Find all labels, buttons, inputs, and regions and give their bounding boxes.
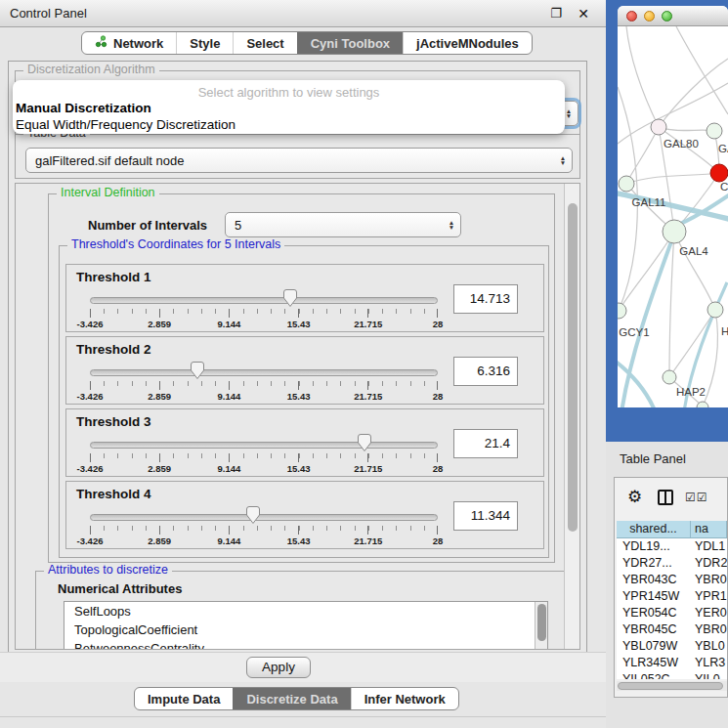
tab-network[interactable]: Network bbox=[82, 32, 176, 54]
settings-vertical-scrollbar[interactable] bbox=[564, 184, 579, 649]
network-node-gcy1[interactable] bbox=[618, 303, 626, 319]
combo-arrows-icon: ▲▼ bbox=[554, 155, 572, 166]
network-node-gal80[interactable] bbox=[651, 119, 666, 135]
table-row[interactable]: YPR145WYPR1 bbox=[617, 588, 727, 605]
number-of-intervals-value: 5 bbox=[226, 218, 443, 233]
control-panel-titlebar: Control Panel ❐ ✕ bbox=[0, 0, 607, 27]
numerical-attributes-list: SelfLoops TopologicalCoefficient Between… bbox=[64, 601, 548, 650]
close-icon[interactable]: ✕ bbox=[578, 6, 589, 21]
number-of-intervals-combobox[interactable]: 5 ▲▼ bbox=[225, 212, 461, 237]
table-data-combobox[interactable]: galFiltered.sif default node ▲▼ bbox=[25, 148, 573, 173]
tab-infer-network[interactable]: Infer Network bbox=[351, 688, 458, 709]
network-window-titlebar[interactable] bbox=[618, 6, 728, 26]
table-row[interactable]: YBR045CYBR0 bbox=[617, 621, 727, 638]
node-table: shared... na YDL19...YDL1 YDR27...YDR2 Y… bbox=[617, 521, 727, 679]
slider-thumb[interactable] bbox=[357, 433, 372, 452]
tick-label: 2.859 bbox=[148, 463, 171, 474]
tick-label: 21.715 bbox=[354, 535, 382, 546]
attributes-list-scrollbar[interactable] bbox=[535, 602, 547, 650]
checkbox-icons[interactable]: ☑☑ bbox=[685, 491, 708, 504]
network-view-window: GAL80 GA C GAL11 GAL4 GCY1 H HAP2 bbox=[606, 0, 728, 442]
tab-cyni-toolbox[interactable]: Cyni Toolbox bbox=[297, 32, 403, 54]
tick-label: -3.426 bbox=[77, 535, 104, 546]
minimize-traffic-light[interactable] bbox=[644, 11, 655, 21]
list-item[interactable]: SelfLoops bbox=[64, 602, 547, 621]
node-label: H bbox=[721, 325, 728, 337]
threshold-2-value-field[interactable]: 6.316 bbox=[453, 357, 518, 386]
column-header-shared-name[interactable]: shared... bbox=[617, 521, 691, 537]
popup-item-equal-width-frequency[interactable]: Equal Width/Frequency Discretization bbox=[16, 117, 236, 132]
threshold-1-slider: -3.426 2.859 9.144 15.43 21.715 28 bbox=[90, 288, 438, 331]
tick-label: 15.43 bbox=[287, 319, 311, 329]
threshold-4-value-field[interactable]: 11.344 bbox=[453, 501, 518, 531]
column-header-name[interactable]: na bbox=[691, 521, 727, 537]
threshold-3-slider: -3.426 2.859 9.144 15.43 21.715 28 bbox=[90, 433, 438, 476]
node-label: GA bbox=[718, 143, 728, 154]
table-row[interactable]: YDL19...YDL1 bbox=[617, 538, 727, 555]
tab-discretize-data[interactable]: Discretize Data bbox=[233, 688, 350, 709]
tab-jactivemnodules[interactable]: jActiveMNodules bbox=[403, 32, 532, 54]
tab-impute-data[interactable]: Impute Data bbox=[135, 688, 233, 709]
threshold-3-value-field[interactable]: 21.4 bbox=[453, 429, 518, 458]
threshold-2-label: Threshold 2 bbox=[76, 342, 151, 357]
slider-track[interactable] bbox=[90, 514, 438, 521]
popup-item-manual-discretization[interactable]: Manual Discretization bbox=[16, 101, 151, 115]
settings-scroll-area: Interval Definition Number of Intervals … bbox=[15, 183, 580, 650]
slider-track[interactable] bbox=[90, 369, 438, 376]
numerical-attributes-heading: Numerical Attributes bbox=[58, 581, 182, 596]
network-node[interactable] bbox=[707, 123, 722, 139]
close-traffic-light[interactable] bbox=[626, 11, 637, 21]
tab-style[interactable]: Style bbox=[176, 32, 233, 54]
tick-label: 21.715 bbox=[354, 319, 382, 329]
tab-network-label: Network bbox=[113, 36, 163, 51]
control-panel: Control Panel ❐ ✕ Network Style Select C… bbox=[0, 0, 608, 728]
table-row[interactable]: YBL079WYBL0 bbox=[617, 638, 727, 655]
slider-track[interactable] bbox=[90, 297, 438, 304]
interval-definition-group: Interval Definition Number of Intervals … bbox=[48, 193, 555, 563]
tick-label: -3.426 bbox=[77, 463, 104, 474]
gear-icon[interactable]: ⚙ bbox=[627, 487, 642, 507]
combo-arrows-icon: ▲▼ bbox=[443, 220, 460, 231]
thresholds-group-title: Threshold's Coordinates for 5 Intervals bbox=[67, 237, 284, 251]
list-item[interactable]: TopologicalCoefficient bbox=[64, 621, 547, 639]
apply-button[interactable]: Apply bbox=[246, 657, 311, 678]
slider-track[interactable] bbox=[90, 442, 438, 449]
list-item[interactable]: BetweennessCentrality bbox=[64, 639, 547, 650]
table-row[interactable]: YER054CYER0 bbox=[617, 605, 727, 621]
table-row[interactable]: YLR345WYLR3 bbox=[617, 655, 727, 671]
divider bbox=[0, 716, 608, 717]
threshold-4-label: Threshold 4 bbox=[76, 487, 151, 501]
network-node-hap2[interactable] bbox=[663, 370, 676, 384]
threshold-1-value-field[interactable]: 14.713 bbox=[453, 284, 518, 314]
tick-label: 21.715 bbox=[354, 463, 382, 474]
zoom-traffic-light[interactable] bbox=[662, 11, 672, 21]
slider-thumb[interactable] bbox=[282, 288, 298, 308]
slider-thumb[interactable] bbox=[245, 505, 261, 525]
panel-title: Control Panel bbox=[10, 6, 87, 21]
network-node-h[interactable] bbox=[707, 302, 723, 318]
attributes-group-title: Attributes to discretize bbox=[44, 563, 172, 577]
threshold-2-slider: -3.426 2.859 9.144 15.43 21.715 28 bbox=[90, 361, 438, 404]
tick-label: 9.144 bbox=[218, 535, 241, 546]
network-node-gal4[interactable] bbox=[663, 220, 686, 243]
table-row[interactable]: YBR043CYBR0 bbox=[617, 572, 727, 588]
bottom-tab-bar: Impute Data Discretize Data Infer Networ… bbox=[134, 687, 459, 710]
network-node-red[interactable] bbox=[710, 164, 728, 182]
columns-icon[interactable] bbox=[658, 490, 673, 505]
node-label: C bbox=[720, 181, 728, 193]
tab-select[interactable]: Select bbox=[233, 32, 296, 54]
network-node-gal11[interactable] bbox=[619, 176, 634, 192]
float-window-icon[interactable]: ❐ bbox=[550, 8, 562, 20]
tick-label: 9.144 bbox=[218, 463, 241, 474]
discretization-algorithm-title: Discretization Algorithm bbox=[23, 63, 159, 76]
slider-thumb[interactable] bbox=[190, 361, 205, 380]
tick-label: 21.715 bbox=[354, 391, 382, 402]
table-panel-toolbar: ⚙ ☑☑ bbox=[615, 478, 727, 520]
table-row[interactable]: YDR27...YDR2 bbox=[617, 555, 727, 572]
network-canvas[interactable]: GAL80 GA C GAL11 GAL4 GCY1 H HAP2 bbox=[618, 26, 728, 407]
table-row[interactable]: YIL052CYIL0 bbox=[617, 671, 727, 679]
threshold-3-box: Threshold 3 -3.426 2.859 9.144 15.43 21.… bbox=[65, 408, 544, 477]
table-horizontal-scrollbar[interactable] bbox=[617, 681, 727, 691]
tick-label: -3.426 bbox=[77, 319, 104, 329]
interval-definition-title: Interval Definition bbox=[57, 186, 159, 199]
